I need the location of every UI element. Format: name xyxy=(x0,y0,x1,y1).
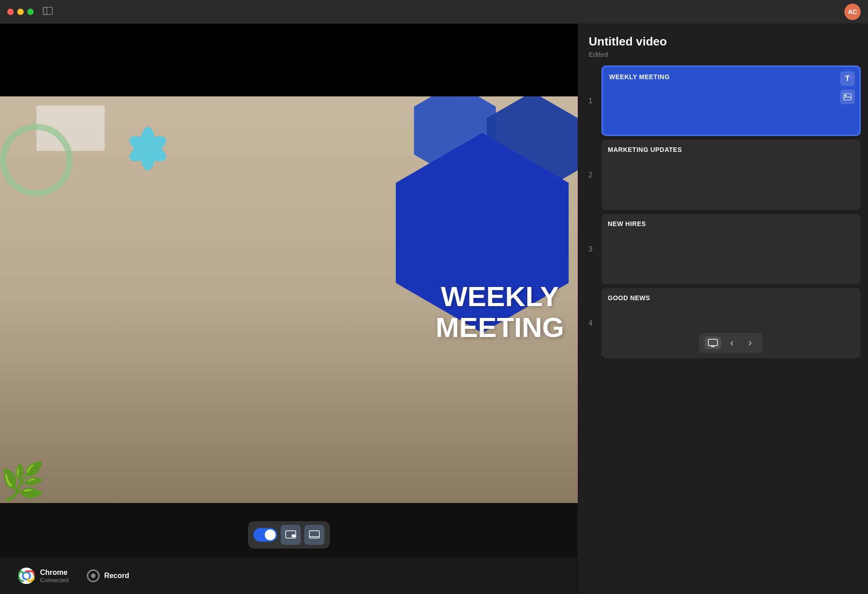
slide-1-text-button[interactable]: T xyxy=(840,71,855,86)
slide-title-2: MARKETING UPDATES xyxy=(608,146,682,153)
slide-number-1: 1 xyxy=(585,65,596,136)
video-panel: WEEKLY MEETING 🌿 xyxy=(0,24,578,594)
slide-title-3: NEW HIRES xyxy=(608,220,646,227)
slide-nav-next-button[interactable]: › xyxy=(743,337,757,349)
slide-card-2[interactable]: MARKETING UPDATES xyxy=(601,140,861,210)
camera-layout-button[interactable] xyxy=(281,525,301,545)
slide-1-actions: T xyxy=(840,71,855,104)
chrome-status: Connected xyxy=(40,577,69,584)
slide-nav-prev-button[interactable]: ‹ xyxy=(725,337,739,349)
slide-item-1: 1 WEEKLY MEETING ··· T xyxy=(585,65,861,136)
chrome-details: Chrome Connected xyxy=(40,569,69,584)
video-frame: WEEKLY MEETING 🌿 xyxy=(0,96,578,503)
chrome-name: Chrome xyxy=(40,569,69,577)
toggle-circle xyxy=(265,529,276,540)
video-bottom: Chrome Connected Record xyxy=(0,503,578,594)
record-label: Record xyxy=(104,572,129,580)
main-content: WEEKLY MEETING 🌿 xyxy=(0,24,868,594)
slide-nav-monitor-button[interactable] xyxy=(705,337,721,349)
screen-layout-button[interactable] xyxy=(304,525,324,545)
svg-point-17 xyxy=(845,95,847,96)
meeting-line1: WEEKLY xyxy=(436,281,564,312)
video-subtitle: Edited xyxy=(589,50,857,58)
svg-point-14 xyxy=(24,573,29,579)
record-button[interactable]: Record xyxy=(87,569,129,582)
bottom-bar: Chrome Connected Record xyxy=(0,558,578,594)
slide-number-4: 4 xyxy=(585,288,596,358)
video-title: Untitled video xyxy=(589,35,857,49)
svg-rect-0 xyxy=(43,7,47,15)
traffic-lights xyxy=(7,9,34,15)
slide-nav-bar: ‹ › xyxy=(699,333,763,353)
maximize-button[interactable] xyxy=(27,9,34,15)
avatar[interactable]: AC xyxy=(844,4,861,20)
slide-item-2: 2 MARKETING UPDATES xyxy=(585,140,861,210)
meeting-line2: MEETING xyxy=(436,312,564,343)
svg-rect-1 xyxy=(43,7,52,15)
close-button[interactable] xyxy=(7,9,14,15)
circle-decoration xyxy=(0,124,73,196)
controls-pill xyxy=(248,521,330,549)
titlebar: AC xyxy=(0,0,868,24)
slide-item-3: 3 NEW HIRES xyxy=(585,214,861,284)
slides-list: 1 WEEKLY MEETING ··· T xyxy=(578,65,868,594)
plant-decoration: 🌿 xyxy=(0,412,55,503)
controls-bar xyxy=(0,514,578,558)
record-dot-inner xyxy=(91,574,96,578)
video-top-black xyxy=(0,24,578,96)
slide-card-4[interactable]: GOOD NEWS ‹ › xyxy=(601,288,861,358)
slide-1-image-button[interactable] xyxy=(840,90,855,104)
toggle-button[interactable] xyxy=(253,528,277,542)
svg-point-15 xyxy=(25,570,27,572)
record-dot xyxy=(87,569,100,582)
slide-item-4: 4 GOOD NEWS ‹ › xyxy=(585,288,861,358)
slide-card-3[interactable]: NEW HIRES xyxy=(601,214,861,284)
teal-decoration xyxy=(118,119,177,180)
slide-title-4: GOOD NEWS xyxy=(608,294,650,302)
slide-number-3: 3 xyxy=(585,214,596,284)
svg-rect-9 xyxy=(292,534,295,537)
chrome-source: Chrome Connected xyxy=(18,568,69,584)
slide-card-1[interactable]: WEEKLY MEETING ··· T xyxy=(601,65,861,136)
chrome-icon xyxy=(18,568,35,584)
sidebar-toggle-icon[interactable] xyxy=(43,7,53,17)
slides-panel: Untitled video Edited ··· 1 WEEKLY MEETI… xyxy=(578,24,868,594)
meeting-text-overlay: WEEKLY MEETING xyxy=(436,281,564,343)
svg-rect-18 xyxy=(708,339,717,346)
slides-header: Untitled video Edited xyxy=(578,24,868,65)
slide-title-1: WEEKLY MEETING xyxy=(609,73,670,81)
minimize-button[interactable] xyxy=(17,9,24,15)
slide-number-2: 2 xyxy=(585,140,596,210)
